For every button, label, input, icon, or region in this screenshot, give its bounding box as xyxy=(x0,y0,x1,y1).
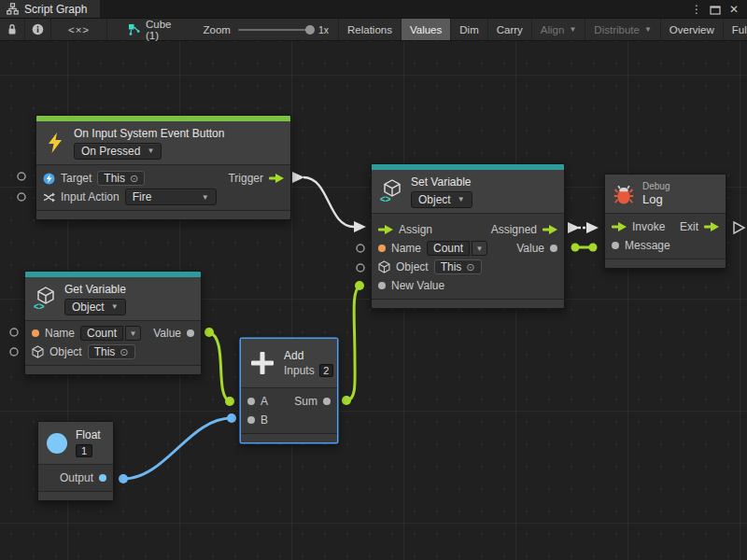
name-input-port[interactable] xyxy=(32,329,39,337)
invoke-input-port[interactable] xyxy=(612,222,627,231)
exit-output-port[interactable] xyxy=(704,222,719,231)
wire-endpoint[interactable] xyxy=(589,244,598,252)
wire-arrowhead[interactable] xyxy=(586,222,599,233)
zoom-slider-handle[interactable] xyxy=(305,25,315,35)
variable-name-dropdown[interactable]: Count ▼ xyxy=(80,326,141,341)
wire-output-b[interactable] xyxy=(123,418,232,479)
input-action-icon xyxy=(43,191,55,203)
port-row-a: A Sum xyxy=(241,392,337,411)
edge-port[interactable] xyxy=(357,264,364,272)
input-system-icon xyxy=(43,173,55,185)
variable-scope-dropdown[interactable]: Object▼ xyxy=(64,299,126,315)
node-title: Get Variable xyxy=(64,283,126,296)
object-field[interactable]: This⊙ xyxy=(88,344,135,359)
object-picker-icon[interactable]: ⊙ xyxy=(130,173,138,185)
lock-button[interactable] xyxy=(0,19,25,40)
event-mode-dropdown[interactable]: On Pressed▼ xyxy=(74,143,162,160)
distribute-button[interactable]: Distribute▼ xyxy=(585,19,661,40)
port-row-new-value: New Value xyxy=(372,276,564,295)
wire-endpoint[interactable] xyxy=(355,281,364,290)
wire-endpoint[interactable] xyxy=(204,328,214,337)
wire-trigger-assign[interactable] xyxy=(303,177,354,227)
svg-text:<>: <> xyxy=(380,194,391,204)
node-footer xyxy=(36,210,290,219)
output-port[interactable] xyxy=(99,474,106,482)
node-on-input-system-event-button[interactable]: On Input System Event Button On Pressed▼… xyxy=(35,115,291,220)
full-screen-button[interactable]: Full Screen xyxy=(724,19,747,40)
port-row-b: B xyxy=(241,411,337,429)
edge-port[interactable] xyxy=(357,245,364,252)
object-picker-icon[interactable]: ⊙ xyxy=(120,346,128,358)
trigger-output-port[interactable] xyxy=(269,174,284,183)
wire-arrowhead[interactable] xyxy=(292,172,304,183)
maximize-icon[interactable] xyxy=(708,0,723,19)
float-value-field[interactable]: 1 xyxy=(76,444,92,457)
svg-text:<>: <> xyxy=(34,301,45,312)
wire-sum-newvalue[interactable] xyxy=(346,287,359,400)
graph-canvas[interactable]: On Input System Event Button On Pressed▼… xyxy=(0,41,747,560)
port-row-assign: Assign Assigned xyxy=(372,220,564,239)
node-get-variable[interactable]: <> Get Variable Object▼ Name Count ▼ xyxy=(24,271,202,375)
edge-port[interactable] xyxy=(18,173,25,180)
wire-endpoint[interactable] xyxy=(119,474,128,483)
dim-button[interactable]: Dim xyxy=(451,19,487,40)
wire-value-a[interactable] xyxy=(209,332,230,401)
chevron-down-icon: ▼ xyxy=(458,195,465,203)
inputs-count-field[interactable]: 2 xyxy=(319,364,333,377)
carry-button[interactable]: Carry xyxy=(488,19,532,40)
assigned-output-port[interactable] xyxy=(543,225,557,234)
target-object-field[interactable]: This⊙ xyxy=(97,171,145,186)
align-button[interactable]: Align▼ xyxy=(532,19,586,40)
variable-cube-icon: <> xyxy=(380,179,402,203)
edge-port[interactable] xyxy=(10,348,18,356)
values-button[interactable]: Values xyxy=(402,19,451,40)
graph-toolbar: <×> Cube (1) Zoom 1x Relations xyxy=(0,19,747,41)
variable-name-dropdown[interactable]: Count ▼ xyxy=(427,241,487,256)
zoom-to-fit-button[interactable]: <×> xyxy=(51,19,107,40)
node-title: Log xyxy=(642,192,663,206)
cube-icon xyxy=(378,260,390,273)
node-float[interactable]: Float 1 Output xyxy=(37,421,114,501)
new-value-input-port[interactable] xyxy=(378,282,386,289)
tabbar-spacer xyxy=(100,0,689,18)
window-menu-icon[interactable]: ⋮ xyxy=(689,0,704,19)
tab-script-graph[interactable]: Script Graph xyxy=(0,0,100,18)
b-input-port[interactable] xyxy=(247,416,255,424)
zoom-slider[interactable] xyxy=(238,29,311,31)
wire-endpoint[interactable] xyxy=(342,396,351,405)
cube-icon xyxy=(32,345,44,358)
overview-button[interactable]: Overview xyxy=(661,19,724,40)
value-output-port[interactable] xyxy=(550,245,557,252)
code-brackets-icon: <×> xyxy=(68,24,90,35)
a-input-port[interactable] xyxy=(247,398,255,405)
variable-scope-dropdown[interactable]: Object▼ xyxy=(411,191,472,208)
exit-edge-port[interactable] xyxy=(734,222,744,233)
wire-endpoint[interactable] xyxy=(225,397,234,406)
inspect-button[interactable] xyxy=(25,19,51,40)
node-debug-log[interactable]: Debug Log Invoke Exit xyxy=(604,174,726,269)
name-input-port[interactable] xyxy=(378,245,386,252)
node-add[interactable]: Add Inputs 2 A Sum B xyxy=(240,338,338,443)
object-field[interactable]: This⊙ xyxy=(434,259,482,274)
node-footer xyxy=(25,365,201,374)
object-picker-icon[interactable]: ⊙ xyxy=(466,261,474,273)
port-row-object: Object This⊙ xyxy=(25,343,201,361)
message-input-port[interactable] xyxy=(612,242,619,249)
edge-port[interactable] xyxy=(18,193,25,201)
value-output-port[interactable] xyxy=(187,329,194,337)
node-set-variable[interactable]: <> Set Variable Object▼ Assign xyxy=(371,163,565,309)
sum-output-port[interactable] xyxy=(323,398,331,405)
edge-port[interactable] xyxy=(10,329,18,336)
relations-button[interactable]: Relations xyxy=(339,19,402,40)
close-icon[interactable]: ✕ xyxy=(726,0,741,19)
wire-endpoint[interactable] xyxy=(571,244,580,252)
graph-reference[interactable]: Cube (1) xyxy=(107,19,181,40)
wire-endpoint[interactable] xyxy=(227,413,236,423)
node-title: Add xyxy=(284,349,303,362)
assign-input-port[interactable] xyxy=(378,225,393,234)
input-action-dropdown[interactable]: Fire▼ xyxy=(125,189,217,205)
graph-hierarchy-icon xyxy=(7,3,19,15)
port-row-message: Message xyxy=(605,236,726,255)
zoom-label: Zoom xyxy=(204,24,231,35)
wire-arrowhead[interactable] xyxy=(354,221,366,232)
